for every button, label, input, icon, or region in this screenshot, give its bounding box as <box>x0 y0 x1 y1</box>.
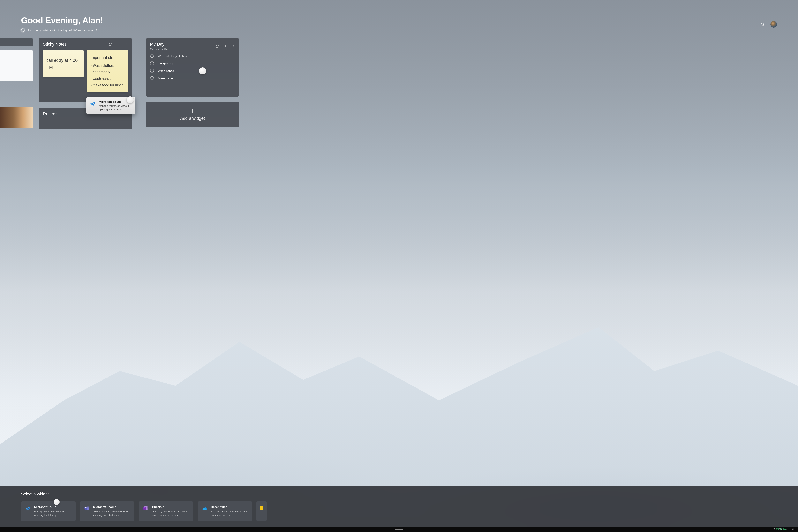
open-external-icon[interactable] <box>109 43 112 46</box>
checkbox-circle-icon[interactable] <box>150 76 154 80</box>
todo-item[interactable]: Get grocery <box>150 61 235 65</box>
widget-selector-panel: Select a widget Microsoft To Do Manage y… <box>0 486 798 527</box>
widget-card-recent-files[interactable]: Recent files See and access your recent … <box>197 501 252 521</box>
teams-app-icon: T <box>84 505 90 511</box>
todo-label: Wash all of my clothes <box>158 54 187 58</box>
svg-text:T: T <box>85 507 87 509</box>
plus-icon[interactable] <box>224 44 227 48</box>
svg-point-2 <box>30 41 31 42</box>
search-icon[interactable] <box>761 22 764 26</box>
taskbar[interactable]: 新分向 19:31 <box>0 527 798 532</box>
sticky-note-2[interactable]: Important stuff - Wash clothes - get gro… <box>87 50 128 92</box>
svg-rect-29 <box>147 508 148 509</box>
widget-card-next[interactable] <box>256 501 267 521</box>
sticky-note-2-line-0: - Wash clothes <box>91 62 124 69</box>
svg-rect-37 <box>781 529 782 530</box>
sticky-notes-body: call eddy at 4:00 PM Important stuff - W… <box>43 50 128 92</box>
more-vertical-icon[interactable] <box>28 41 32 44</box>
recents-widget-title: Recents <box>43 111 59 116</box>
svg-text:N: N <box>144 507 146 509</box>
add-widget-label: Add a widget <box>180 116 205 121</box>
card-description: Manage your tasks without opening the fu… <box>34 510 72 517</box>
weather-line: It's cloudy outside with the high of 16°… <box>21 28 103 32</box>
sticky-note-2-line-3: - make food for lunch <box>91 82 124 89</box>
taskbar-time[interactable]: 19:31 <box>790 528 796 530</box>
todo-list: Wash all of my clothes Get grocery Wash … <box>150 54 235 80</box>
widget-cards-row: Microsoft To Do Manage your tasks withou… <box>21 501 777 521</box>
checkbox-circle-icon[interactable] <box>150 54 154 58</box>
todo-app-icon <box>90 100 96 106</box>
svg-rect-30 <box>147 509 148 510</box>
widget-card-todo[interactable]: Microsoft To Do Manage your tasks withou… <box>21 501 76 521</box>
sticky-widget-header: Sticky Notes <box>43 42 128 47</box>
tooltip-description: Manage your tasks without opening the fu… <box>99 104 132 111</box>
sticky-note-2-line-2: - wash hands <box>91 76 124 82</box>
add-widget-button[interactable]: Add a widget <box>146 102 239 127</box>
more-vertical-icon[interactable] <box>125 43 128 46</box>
todo-item[interactable]: Make dinner <box>150 76 235 80</box>
svg-rect-28 <box>147 507 148 508</box>
checkbox-circle-icon[interactable] <box>150 61 154 65</box>
card-title: Microsoft Teams <box>93 505 131 509</box>
app-icon <box>259 505 265 511</box>
myday-widget: My Day Microsoft To Do Wash all of m <box>146 38 239 97</box>
widget-column-2: My Day Microsoft To Do Wash all of m <box>146 38 239 129</box>
widget-card-teams[interactable]: T Microsoft Teams Join a meeting, quickl… <box>80 501 134 521</box>
myday-widget-header: My Day Microsoft To Do <box>150 42 235 51</box>
sticky-note-1[interactable]: call eddy at 4:00 PM <box>43 50 83 77</box>
myday-widget-actions <box>216 44 235 48</box>
wifi-icon[interactable] <box>773 528 776 531</box>
sticky-widget-title: Sticky Notes <box>43 42 66 47</box>
sticky-notes-widget: Sticky Notes call eddy at 4:00 PM <box>39 38 132 102</box>
svg-line-1 <box>763 25 764 26</box>
widget-column-1: Sticky Notes call eddy at 4:00 PM <box>39 38 132 129</box>
header-actions <box>761 21 777 28</box>
svg-point-9 <box>126 44 127 44</box>
more-vertical-icon[interactable] <box>232 44 235 48</box>
plus-large-icon <box>190 108 195 114</box>
card-title: Microsoft To Do <box>34 505 72 509</box>
todo-label: Wash hands <box>158 69 174 73</box>
panel-header: Select a widget <box>21 492 777 496</box>
svg-point-17 <box>233 45 234 45</box>
open-external-icon[interactable] <box>216 44 219 48</box>
todo-item[interactable]: Wash all of my clothes <box>150 54 235 58</box>
checkbox-circle-icon[interactable] <box>150 69 154 73</box>
card-title: Recent files <box>211 505 248 509</box>
notifications-icon[interactable] <box>785 528 787 531</box>
greeting-text: Good Evening, Alan! <box>21 16 103 25</box>
svg-line-5 <box>110 43 111 44</box>
sticky-note-2-title: Important stuff <box>91 54 124 61</box>
header: Good Evening, Alan! It's cloudy outside … <box>21 16 777 32</box>
peek-widget-body[interactable] <box>0 50 33 81</box>
plus-icon[interactable] <box>116 42 120 46</box>
svg-point-26 <box>88 507 89 508</box>
sticky-widget-actions <box>109 42 128 46</box>
peek-widget-header <box>0 38 33 46</box>
battery-icon[interactable] <box>779 528 782 530</box>
close-icon[interactable] <box>774 492 777 496</box>
svg-point-18 <box>233 46 234 46</box>
svg-rect-36 <box>779 529 781 530</box>
todo-label: Get grocery <box>158 62 173 65</box>
peek-widget-left <box>0 38 33 129</box>
user-avatar[interactable] <box>770 21 777 28</box>
weather-text: It's cloudy outside with the high of 16°… <box>28 28 99 32</box>
myday-widget-title: My Day <box>150 42 168 47</box>
svg-point-10 <box>126 45 127 45</box>
todo-item[interactable]: Wash hands <box>150 69 235 73</box>
card-description: Get easy access to your recent notes fro… <box>152 510 189 517</box>
svg-line-14 <box>217 45 218 46</box>
widget-card-onenote[interactable]: N OneNote Get easy access to your recent… <box>139 501 193 521</box>
todo-app-icon <box>25 505 31 511</box>
svg-point-19 <box>233 47 234 48</box>
peek-photo-widget[interactable] <box>0 107 33 128</box>
cursor-indicator <box>54 499 60 505</box>
panel-title: Select a widget <box>21 492 49 496</box>
widgets-area: Sticky Notes call eddy at 4:00 PM <box>0 38 798 129</box>
taskbar-handle[interactable] <box>395 529 403 530</box>
todo-label: Make dinner <box>158 77 174 80</box>
card-description: Join a meeting, quickly reply to message… <box>93 510 131 517</box>
cursor-indicator <box>199 68 206 74</box>
sticky-note-2-line-1: - get grocery <box>91 69 124 75</box>
